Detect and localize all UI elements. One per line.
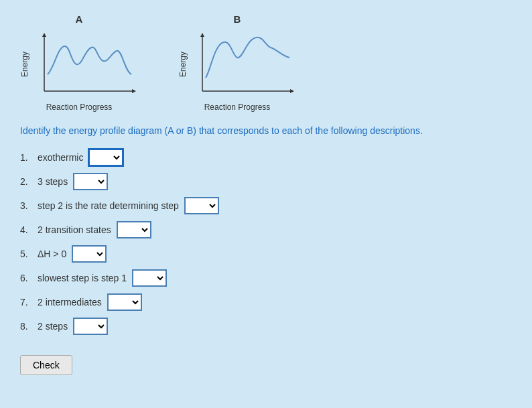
q3-select[interactable]: A B <box>184 197 219 214</box>
q7-number: 7. <box>20 297 32 308</box>
svg-marker-2 <box>42 33 46 37</box>
diagram-a-svg <box>31 27 138 101</box>
diagram-a-y-label: Energy <box>20 52 29 77</box>
question-item-8: 8. 2 steps A B <box>20 318 512 335</box>
q6-select[interactable]: A B <box>132 269 167 287</box>
diagram-b-wrapper: Energy <box>178 27 296 101</box>
q6-number: 6. <box>20 273 32 283</box>
q6-text: slowest step is step 1 <box>38 273 127 283</box>
svg-marker-6 <box>200 33 204 37</box>
question-item-2: 2. 3 steps A B <box>20 173 512 190</box>
q4-number: 4. <box>20 224 32 235</box>
diagram-b-label: B <box>234 13 241 25</box>
q8-number: 8. <box>20 321 32 332</box>
question-list: 1. exothermic A B 2. 3 steps A B 3. step… <box>20 149 512 335</box>
diagram-b-chart <box>189 27 296 101</box>
svg-marker-7 <box>290 89 294 93</box>
q4-select[interactable]: A B <box>117 221 151 239</box>
q1-text: exothermic <box>38 152 83 163</box>
question-item-7: 7. 2 intermediates A B <box>20 293 512 311</box>
diagram-a-x-label: Reaction Progress <box>46 103 113 112</box>
diagrams-row: A Energy Reaction Progress B <box>20 13 512 112</box>
question-item-4: 4. 2 transition states A B <box>20 221 512 239</box>
diagram-a-chart <box>31 27 138 101</box>
q3-text: step 2 is the rate determining step <box>38 200 179 211</box>
diagram-a-label: A <box>76 13 83 25</box>
question-item-6: 6. slowest step is step 1 A B <box>20 269 512 287</box>
question-item-5: 5. ΔH > 0 A B <box>20 245 512 263</box>
q7-select[interactable]: A B <box>107 293 142 311</box>
question-item-1: 1. exothermic A B <box>20 149 512 166</box>
diagram-b-x-label: Reaction Progress <box>204 103 271 112</box>
diagram-a: A Energy Reaction Progress <box>20 13 138 112</box>
check-button[interactable]: Check <box>20 355 72 375</box>
diagram-b: B Energy Reaction Progress <box>178 13 296 112</box>
diagram-a-wrapper: Energy <box>20 27 138 101</box>
q1-number: 1. <box>20 152 32 163</box>
q2-number: 2. <box>20 176 32 187</box>
q5-number: 5. <box>20 249 32 259</box>
q2-select[interactable]: A B <box>73 173 108 190</box>
q8-text: 2 steps <box>38 321 68 332</box>
instruction-text: Identify the energy profile diagram (A o… <box>20 124 512 138</box>
q7-text: 2 intermediates <box>38 297 102 308</box>
svg-marker-3 <box>132 89 136 93</box>
q5-select[interactable]: A B <box>72 245 107 263</box>
q2-text: 3 steps <box>38 176 68 187</box>
q5-text: ΔH > 0 <box>38 249 66 259</box>
q8-select[interactable]: A B <box>73 318 108 335</box>
q4-text: 2 transition states <box>38 224 111 235</box>
diagram-b-y-label: Energy <box>178 52 188 77</box>
q3-number: 3. <box>20 200 32 211</box>
question-item-3: 3. step 2 is the rate determining step A… <box>20 197 512 214</box>
q1-select[interactable]: A B <box>88 149 123 166</box>
diagram-b-svg <box>189 27 296 101</box>
